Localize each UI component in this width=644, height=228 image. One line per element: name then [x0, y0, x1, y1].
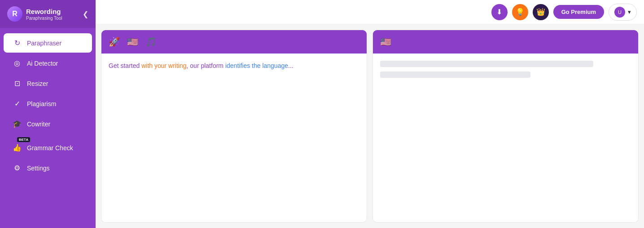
sidebar-label-plagiarism: Plagiarism: [27, 100, 56, 107]
ai-detector-icon: ◎: [13, 59, 22, 67]
download-button[interactable]: ⬇: [491, 4, 508, 20]
skeleton-line-2: [380, 72, 530, 78]
logo-icon: R: [7, 6, 22, 22]
go-premium-button[interactable]: Go Premium: [553, 5, 604, 19]
placeholder-text-blue: identifies the language: [225, 62, 288, 69]
sidebar-item-resizer[interactable]: ⊡ Resizer: [4, 74, 92, 93]
sidebar-header: R Rewording Paraphrasing Tool ❮: [0, 0, 96, 28]
sidebar-label-grammar-check: Grammar Check: [27, 144, 73, 152]
grammar-check-icon: 👍: [13, 143, 22, 152]
logo-text: Rewording Paraphrasing Tool: [26, 8, 62, 21]
editor-area: 🚀 🇺🇸 🎵 Get started with your writing, ou…: [96, 24, 644, 228]
sidebar-nav: ↻ Paraphraser ◎ Ai Detector ⊡ Resizer ✓ …: [0, 28, 96, 183]
input-placeholder: Get started with your writing, our platf…: [109, 61, 359, 71]
sidebar-item-cowriter[interactable]: 🎓 Cowriter: [4, 114, 92, 134]
sidebar-label-ai-detector: Ai Detector: [27, 60, 58, 67]
cowriter-icon: 🎓: [13, 120, 22, 128]
placeholder-text-start: Get started: [109, 62, 141, 69]
sidebar-item-settings[interactable]: ⚙ Settings: [4, 158, 92, 178]
main-area: ⬇ 💡 👑 Go Premium U ▾ 🚀 🇺🇸 🎵 Get sta: [96, 0, 644, 228]
language-flag-icon-left[interactable]: 🇺🇸: [127, 36, 138, 47]
sidebar-label-settings: Settings: [27, 165, 50, 172]
left-panel: 🚀 🇺🇸 🎵 Get started with your writing, ou…: [101, 30, 367, 223]
resizer-icon: ⊡: [13, 79, 22, 88]
music-icon[interactable]: 🎵: [145, 36, 157, 47]
user-avatar: U: [614, 7, 625, 18]
app-title: Rewording: [26, 8, 62, 16]
skeleton-line-1: [380, 61, 593, 67]
bulb-icon: 💡: [516, 8, 525, 16]
sidebar-item-grammar-check[interactable]: BETA 👍 Grammar Check: [4, 134, 92, 157]
crown-button[interactable]: 👑: [533, 4, 549, 20]
placeholder-text-orange: with your writing: [141, 62, 186, 69]
user-chevron-icon: ▾: [628, 9, 631, 15]
sidebar: R Rewording Paraphrasing Tool ❮ ↻ Paraph…: [0, 0, 96, 228]
sidebar-label-cowriter: Cowriter: [27, 121, 50, 128]
sidebar-item-ai-detector[interactable]: ◎ Ai Detector: [4, 54, 92, 73]
language-flag-icon-right[interactable]: 🇺🇸: [380, 36, 391, 47]
go-premium-label: Go Premium: [561, 9, 596, 15]
sidebar-item-paraphraser[interactable]: ↻ Paraphraser: [4, 33, 92, 53]
beta-badge: BETA: [17, 137, 30, 142]
topbar: ⬇ 💡 👑 Go Premium U ▾: [96, 0, 644, 24]
right-panel-toolbar: 🇺🇸: [373, 30, 638, 54]
crown-icon: 👑: [536, 8, 545, 16]
sidebar-label-resizer: Resizer: [27, 80, 48, 87]
paraphraser-icon: ↻: [13, 39, 22, 47]
right-panel: 🇺🇸: [372, 30, 639, 223]
left-panel-toolbar: 🚀 🇺🇸 🎵: [101, 30, 367, 54]
user-menu-button[interactable]: U ▾: [609, 4, 637, 21]
bulb-button[interactable]: 💡: [512, 4, 528, 20]
download-icon: ⬇: [496, 8, 502, 16]
sidebar-item-plagiarism[interactable]: ✓ Plagiarism: [4, 94, 92, 113]
app-subtitle: Paraphrasing Tool: [26, 16, 62, 21]
sidebar-logo: R Rewording Paraphrasing Tool: [7, 6, 62, 22]
sidebar-collapse-button[interactable]: ❮: [83, 10, 88, 18]
placeholder-text-mid: , our platform: [187, 62, 225, 69]
placeholder-text-end: ...: [288, 62, 294, 69]
rocket-icon[interactable]: 🚀: [109, 36, 120, 47]
settings-icon: ⚙: [13, 164, 22, 172]
plagiarism-icon: ✓: [13, 99, 22, 108]
left-panel-content[interactable]: Get started with your writing, our platf…: [101, 54, 367, 222]
sidebar-label-paraphraser: Paraphraser: [27, 40, 61, 47]
right-panel-content: [373, 54, 638, 222]
